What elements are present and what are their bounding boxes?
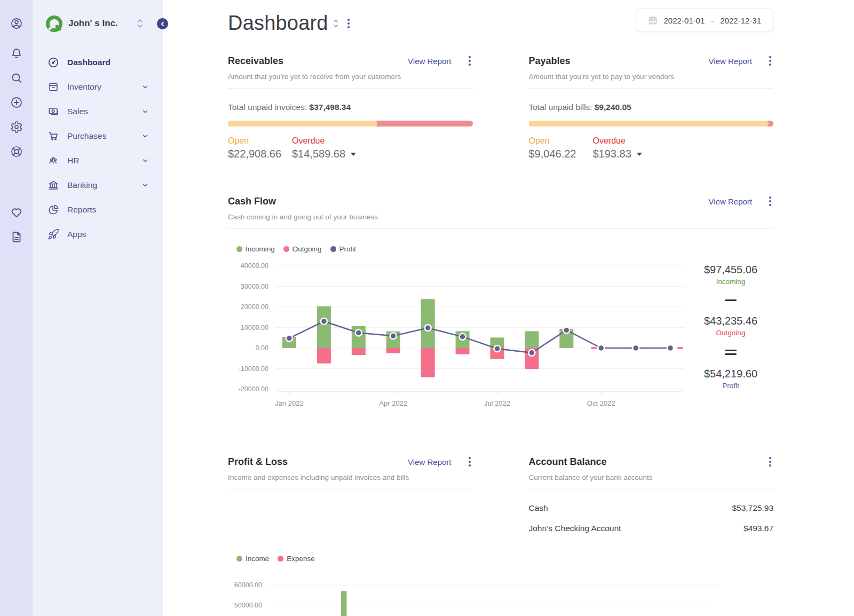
add-new-icon[interactable] xyxy=(10,96,23,109)
sidebar-item-inventory[interactable]: Inventory xyxy=(33,75,163,99)
cash-flow-chart: 40000.0030000.0020000.0010000.000.00-100… xyxy=(228,259,688,408)
sidebar-item-label: HR xyxy=(67,156,79,165)
date-range-start: 2022-01-01 xyxy=(664,16,705,25)
cash-flow-view-report-link[interactable]: View Report xyxy=(709,197,752,206)
outgoing-total-label: Outgoing xyxy=(716,329,746,337)
payables-menu-kebab[interactable] xyxy=(767,54,773,68)
payables-open: Open $9,046.22 xyxy=(529,136,593,160)
gauge-icon xyxy=(48,57,59,68)
calendar-icon xyxy=(648,15,658,25)
chevron-down-icon xyxy=(141,157,149,164)
svg-text:0.00: 0.00 xyxy=(256,344,268,352)
profit-loss-title: Profit & Loss xyxy=(228,456,288,468)
receivables-progress-open xyxy=(228,121,377,127)
company-logo-icon xyxy=(45,15,63,33)
chevron-down-icon xyxy=(141,83,149,91)
company-switcher[interactable]: John' s Inc. xyxy=(33,13,163,34)
account-name: Cash xyxy=(529,503,548,513)
people-icon xyxy=(48,155,59,167)
legend-item-income[interactable]: Income xyxy=(236,555,269,563)
sidebar-item-sales[interactable]: Sales xyxy=(33,99,163,124)
account-balance-rows: Cash $53,725.93 John’s Checking Account … xyxy=(529,498,774,539)
svg-text:50000.00: 50000.00 xyxy=(234,602,262,609)
receivables-title: Receivables xyxy=(228,56,283,67)
sidebar-item-label: Dashboard xyxy=(67,58,110,67)
cash-flow-menu-kebab[interactable] xyxy=(767,194,773,208)
dashboard-switcher-icon[interactable] xyxy=(333,18,339,29)
receivables-progress-bar xyxy=(228,121,473,127)
legend-item-expense[interactable]: Expense xyxy=(278,555,315,563)
settings-gear-icon[interactable] xyxy=(10,121,23,133)
svg-text:60000.00: 60000.00 xyxy=(234,581,262,589)
sidebar: John' s Inc. Dashboard Inventory Sales P… xyxy=(33,0,163,616)
profit-loss-menu-kebab[interactable] xyxy=(466,455,473,469)
account-row[interactable]: John’s Checking Account $493.67 xyxy=(529,518,774,539)
outgoing-dot-icon xyxy=(283,246,289,252)
divider xyxy=(228,88,473,89)
sidebar-item-label: Purchases xyxy=(67,131,106,141)
sidebar-item-reports[interactable]: Reports xyxy=(33,198,163,222)
equals-separator xyxy=(725,350,737,355)
account-balance-menu-kebab[interactable] xyxy=(767,455,773,469)
cash-flow-card: Cash Flow View Report Cash coming in and… xyxy=(228,194,773,408)
sidebar-item-hr[interactable]: HR xyxy=(33,148,163,173)
outgoing-total: $43,235.46 xyxy=(704,315,757,327)
svg-text:Jul 2022: Jul 2022 xyxy=(484,399,510,407)
profit-total: $54,219.60 xyxy=(704,368,757,380)
receivables-total: Total unpaid invoices: $37,498.34 xyxy=(228,102,473,112)
overdue-amount: $193.83 xyxy=(593,148,631,160)
overdue-amount: $14,589.68 xyxy=(292,148,345,160)
legend-item-incoming[interactable]: Incoming xyxy=(236,245,275,253)
favorites-heart-icon[interactable] xyxy=(10,206,23,219)
svg-text:-10000.00: -10000.00 xyxy=(239,365,268,373)
open-label: Open xyxy=(529,136,593,146)
legend-item-profit[interactable]: Profit xyxy=(330,245,357,253)
rocket-icon xyxy=(48,228,59,240)
expense-dot-icon xyxy=(278,556,283,562)
support-ring-icon[interactable] xyxy=(10,145,23,158)
pie-chart-icon xyxy=(48,204,59,216)
sidebar-item-banking[interactable]: Banking xyxy=(33,173,163,198)
payables-subtitle: Amount that you’re yet to pay to your ve… xyxy=(529,73,774,81)
account-row[interactable]: Cash $53,725.93 xyxy=(529,498,774,518)
overdue-dropdown-caret-icon[interactable] xyxy=(637,153,642,156)
open-amount: $22,908.66 xyxy=(228,148,292,160)
date-range-picker[interactable]: 2022-01-01 - 2022-12-31 xyxy=(636,9,773,32)
profit-dot-icon xyxy=(330,246,336,252)
incoming-total-label: Incoming xyxy=(716,278,746,286)
sidebar-item-apps[interactable]: Apps xyxy=(33,222,163,247)
incoming-dot-icon xyxy=(236,246,242,252)
overdue-dropdown-caret-icon[interactable] xyxy=(351,153,356,156)
profit-loss-subtitle: Income and expenses including unpaid inv… xyxy=(228,473,473,481)
profit-loss-view-report-link[interactable]: View Report xyxy=(408,457,451,467)
page-title: Dashboard xyxy=(228,12,328,35)
notifications-bell-icon[interactable] xyxy=(10,47,23,60)
legend-item-outgoing[interactable]: Outgoing xyxy=(283,245,322,253)
payables-progress-open xyxy=(529,121,769,127)
svg-text:20000.00: 20000.00 xyxy=(241,303,268,311)
receivables-view-report-link[interactable]: View Report xyxy=(408,57,451,66)
user-profile-icon[interactable] xyxy=(10,17,23,30)
incoming-total: $97,455.06 xyxy=(704,264,757,276)
payables-total: Total unpaid bills: $9,240.05 xyxy=(529,102,774,112)
receivables-open: Open $22,908.66 xyxy=(228,136,292,160)
sidebar-item-label: Banking xyxy=(67,180,97,190)
receivables-menu-kebab[interactable] xyxy=(466,54,473,68)
overdue-label: Overdue xyxy=(593,136,657,146)
payables-view-report-link[interactable]: View Report xyxy=(709,57,752,66)
dashboard-menu-kebab[interactable] xyxy=(345,17,352,30)
sidebar-item-purchases[interactable]: Purchases xyxy=(33,124,163,148)
minus-separator xyxy=(725,299,737,301)
income-dot-icon xyxy=(236,556,242,562)
sidebar-item-label: Apps xyxy=(67,230,86,239)
sidebar-item-dashboard[interactable]: Dashboard xyxy=(33,50,163,75)
profit-loss-card: Profit & Loss View Report Income and exp… xyxy=(228,455,473,539)
date-range-separator: - xyxy=(711,16,714,25)
search-icon[interactable] xyxy=(10,72,23,84)
account-amount: $53,725.93 xyxy=(732,503,773,513)
cash-flow-title: Cash Flow xyxy=(228,196,276,207)
company-switcher-icon[interactable] xyxy=(137,18,144,29)
document-icon[interactable] xyxy=(10,231,23,243)
receivables-subtitle: Amount that you’re yet to receive from y… xyxy=(228,73,473,81)
svg-text:40000.00: 40000.00 xyxy=(241,262,268,270)
